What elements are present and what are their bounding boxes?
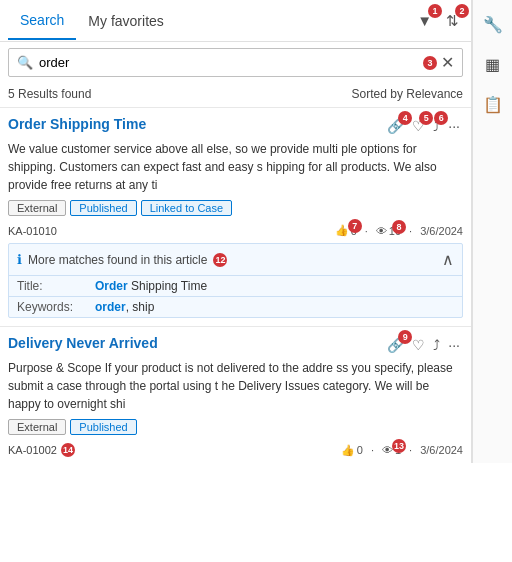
collapse-button[interactable]: ∧ [442, 250, 454, 269]
main-panel: Search My favorites ▼ 1 ⇅ 2 🔍 3 ✕ 5 Resu [0, 0, 472, 463]
footer-stats: 👍 0 7 · 👁 10 8 · 3/6/2024 [335, 224, 463, 237]
article-footer: KA-01010 👍 0 7 · 👁 10 8 · 3/6/2024 [8, 220, 463, 243]
more-options-button[interactable]: ··· [445, 116, 463, 136]
tag-published: Published [70, 200, 136, 216]
stat-badge-13: 13 [392, 439, 406, 453]
match-row-keywords: Keywords: order, ship [9, 296, 462, 317]
article-tags-2: External Published [8, 419, 463, 435]
grid-icon: ▦ [485, 55, 500, 74]
tab-favorites[interactable]: My favorites [76, 3, 175, 39]
search-input[interactable] [39, 55, 419, 70]
clipboard-icon: 📋 [483, 95, 503, 114]
results-summary: 5 Results found Sorted by Relevance [0, 83, 471, 107]
app-container: Search My favorites ▼ 1 ⇅ 2 🔍 3 ✕ 5 Resu [0, 0, 512, 463]
match-label-keywords: Keywords: [17, 300, 87, 314]
more-icon-2: ··· [448, 337, 460, 353]
tabs-bar: Search My favorites ▼ 1 ⇅ 2 [0, 0, 471, 42]
clear-search-button[interactable]: ✕ [441, 53, 454, 72]
results-count: 5 Results found [8, 87, 91, 101]
article-body-2: Purpose & Scope If your product is not d… [8, 359, 463, 413]
sidebar-clipboard-button[interactable]: 📋 [477, 88, 509, 120]
sort-badge: 2 [455, 4, 469, 18]
article-title[interactable]: Order Shipping Time [8, 116, 376, 132]
match-value-keywords: order, ship [95, 300, 154, 314]
search-result-badge: 3 [423, 56, 437, 70]
tag-published-2: Published [70, 419, 136, 435]
tab-search[interactable]: Search [8, 2, 76, 40]
more-matches-label: ℹ More matches found in this article 12 [17, 252, 227, 267]
tag-linked-to-case: Linked to Case [141, 200, 232, 216]
sidebar: 🔧 ▦ 📋 [472, 0, 512, 463]
sidebar-grid-button[interactable]: ▦ [477, 48, 509, 80]
tab-actions: ▼ 1 ⇅ 2 [413, 10, 463, 32]
views-icon: 👁 [376, 225, 387, 237]
sort-label: Sorted by Relevance [352, 87, 463, 101]
article-header-2: Delivery Never Arrived 🔗 9 ♡ ⤴ ··· [8, 335, 463, 355]
share-article-button[interactable]: ⤴ 6 [430, 116, 443, 136]
article-number: KA-01010 [8, 225, 57, 237]
article-card-2: Delivery Never Arrived 🔗 9 ♡ ⤴ ··· [0, 326, 471, 463]
thumbs-up-icon: 👍 [335, 224, 349, 237]
stat-badge-8: 8 [392, 220, 406, 234]
like-article-button[interactable]: ♡ 5 [409, 116, 428, 136]
tag-external: External [8, 200, 66, 216]
article-num-badge-14: 14 [61, 443, 75, 457]
article-tags: External Published Linked to Case [8, 200, 463, 216]
search-bar: 🔍 3 ✕ [8, 48, 463, 77]
thumbs-up-stat: 👍 0 7 [335, 224, 357, 237]
tag-external-2: External [8, 419, 66, 435]
more-icon: ··· [448, 118, 460, 134]
more-matches-header[interactable]: ℹ More matches found in this article 12 … [9, 244, 462, 275]
stat-badge-7: 7 [348, 219, 362, 233]
filter-button[interactable]: ▼ 1 [413, 10, 436, 31]
match-row-title: Title: Order Shipping Time [9, 275, 462, 296]
views-stat: 👁 10 8 [376, 225, 401, 237]
article-footer-2: KA-01002 14 👍 0 · 👁 1 13 · 3/6/2024 [8, 439, 463, 463]
match-label-title: Title: [17, 279, 87, 293]
sort-button[interactable]: ⇅ 2 [442, 10, 463, 32]
article-date-2: 3/6/2024 [420, 444, 463, 456]
thumbs-up-icon-2: 👍 [341, 444, 355, 457]
filter-badge: 1 [428, 4, 442, 18]
views-stat-2: 👁 1 13 [382, 444, 401, 456]
article-actions-2: 🔗 9 ♡ ⤴ ··· [384, 335, 463, 355]
footer-stats-2: 👍 0 · 👁 1 13 · 3/6/2024 [341, 444, 463, 457]
more-matches-badge: 12 [213, 253, 227, 267]
sidebar-wrench-button[interactable]: 🔧 [477, 8, 509, 40]
more-matches-panel: ℹ More matches found in this article 12 … [8, 243, 463, 318]
share-article-button-2[interactable]: ⤴ [430, 335, 443, 355]
article-card: Order Shipping Time 🔗 4 ♡ 5 ⤴ 6 [0, 107, 471, 243]
thumbs-up-stat-2: 👍 0 [341, 444, 363, 457]
article-title-2[interactable]: Delivery Never Arrived [8, 335, 376, 351]
more-matches-text: More matches found in this article [28, 253, 207, 267]
link-article-button[interactable]: 🔗 4 [384, 116, 407, 136]
article-header: Order Shipping Time 🔗 4 ♡ 5 ⤴ 6 [8, 116, 463, 136]
share-icon-2: ⤴ [433, 337, 440, 353]
heart-icon-2: ♡ [412, 337, 425, 353]
like-article-button-2[interactable]: ♡ [409, 335, 428, 355]
match-value-title: Order Shipping Time [95, 279, 207, 293]
article-date: 3/6/2024 [420, 225, 463, 237]
link-article-button-2[interactable]: 🔗 9 [384, 335, 407, 355]
search-icon: 🔍 [17, 55, 33, 70]
article-body: We value customer service above all else… [8, 140, 463, 194]
info-icon: ℹ [17, 252, 22, 267]
article-number-2: KA-01002 [8, 444, 57, 456]
thumbs-up-count-2: 0 [357, 444, 363, 456]
wrench-icon: 🔧 [483, 15, 503, 34]
more-options-button-2[interactable]: ··· [445, 335, 463, 355]
article-actions: 🔗 4 ♡ 5 ⤴ 6 ··· [384, 116, 463, 136]
